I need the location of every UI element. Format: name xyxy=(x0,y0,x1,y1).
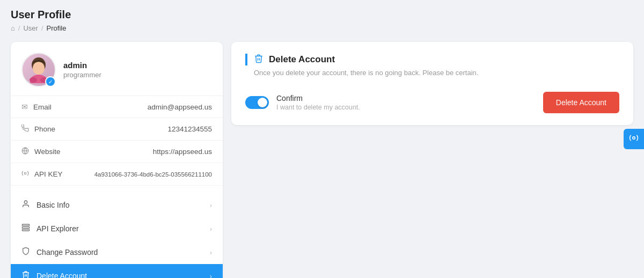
breadcrumb-user[interactable]: User xyxy=(23,24,38,32)
nav-item-basic-info[interactable]: Basic Info › xyxy=(11,193,223,217)
gear-icon xyxy=(629,133,639,145)
check-icon: ✓ xyxy=(48,79,53,85)
avatar-wrap: ✓ xyxy=(21,53,56,87)
svg-point-8 xyxy=(24,201,27,203)
nav-item-api-explorer[interactable]: API Explorer › xyxy=(11,217,223,240)
apikey-icon xyxy=(21,170,29,179)
home-icon[interactable]: ⌂ xyxy=(11,24,15,32)
info-rows: ✉ Email admin@appseed.us Phone 123412345… xyxy=(11,96,223,186)
apikey-label: API KEY xyxy=(34,170,63,178)
svg-rect-10 xyxy=(22,227,29,229)
breadcrumb-active: Profile xyxy=(47,24,67,32)
page-title: User Profile xyxy=(11,9,633,21)
phone-label: Phone xyxy=(34,125,55,133)
shield-icon xyxy=(21,247,30,258)
confirm-label: Confirm xyxy=(276,94,360,103)
delete-title: Delete Account xyxy=(269,54,335,65)
delete-subtitle: Once you delete your account, there is n… xyxy=(245,69,619,77)
profile-info: admin programmer xyxy=(63,61,101,79)
website-label: Website xyxy=(34,148,61,156)
svg-rect-11 xyxy=(22,229,29,231)
nav-label-basic-info: Basic Info xyxy=(36,201,69,209)
website-row: Website https://appseed.us xyxy=(11,141,223,163)
floating-settings-button[interactable] xyxy=(624,129,644,149)
phone-icon xyxy=(21,125,29,134)
email-icon: ✉ xyxy=(21,103,28,111)
verified-badge: ✓ xyxy=(45,76,56,87)
person-icon xyxy=(21,200,30,210)
svg-point-3 xyxy=(30,77,37,83)
right-panel: Delete Account Once you delete your acco… xyxy=(231,42,633,125)
chevron-delete-account: › xyxy=(210,272,212,279)
nav-item-delete-account[interactable]: Delete Account › xyxy=(11,264,223,278)
svg-point-12 xyxy=(633,136,635,139)
phone-value: 12341234555 xyxy=(167,125,212,133)
profile-section: ✓ admin programmer xyxy=(11,42,223,96)
chevron-basic-info: › xyxy=(210,201,212,209)
website-value: https://appseed.us xyxy=(153,148,212,156)
phone-row: Phone 12341234555 xyxy=(11,118,223,141)
nav-label-change-password: Change Password xyxy=(36,248,98,257)
svg-rect-9 xyxy=(22,224,29,226)
breadcrumb: ⌂ / User / Profile xyxy=(11,24,633,32)
nav-label-delete-account: Delete Account xyxy=(36,272,87,278)
nav-label-api-explorer: API Explorer xyxy=(36,224,79,233)
api-icon xyxy=(21,223,30,234)
confirm-desc: I want to delete my account. xyxy=(276,104,360,111)
confirm-text: Confirm I want to delete my account. xyxy=(276,94,360,111)
confirm-row: Confirm I want to delete my account. Del… xyxy=(245,92,619,113)
website-icon xyxy=(21,147,29,156)
delete-account-button[interactable]: Delete Account xyxy=(543,92,619,113)
apikey-value: 4a931066-3736-4bd6-bc25-035566211100 xyxy=(94,171,212,178)
delete-header-icon xyxy=(254,54,264,65)
left-panel: ✓ admin programmer ✉ Email admin@appseed… xyxy=(11,42,223,278)
breadcrumb-sep-1: / xyxy=(18,24,20,32)
confirm-toggle[interactable] xyxy=(245,96,269,109)
nav-section: Basic Info › API Explorer › xyxy=(11,186,223,278)
email-row: ✉ Email admin@appseed.us xyxy=(11,96,223,118)
profile-name: admin xyxy=(63,61,101,70)
email-value: admin@appseed.us xyxy=(148,103,212,111)
trash-icon xyxy=(21,270,30,278)
svg-point-7 xyxy=(24,172,26,174)
apikey-row: API KEY 4a931066-3736-4bd6-bc25-03556621… xyxy=(11,163,223,186)
breadcrumb-sep-2: / xyxy=(41,24,43,32)
delete-header: Delete Account xyxy=(245,54,619,65)
svg-point-1 xyxy=(33,62,45,75)
nav-item-change-password[interactable]: Change Password › xyxy=(11,240,223,264)
email-label: Email xyxy=(33,103,52,111)
chevron-api-explorer: › xyxy=(210,225,212,233)
chevron-change-password: › xyxy=(210,248,212,257)
profile-role: programmer xyxy=(63,71,101,79)
